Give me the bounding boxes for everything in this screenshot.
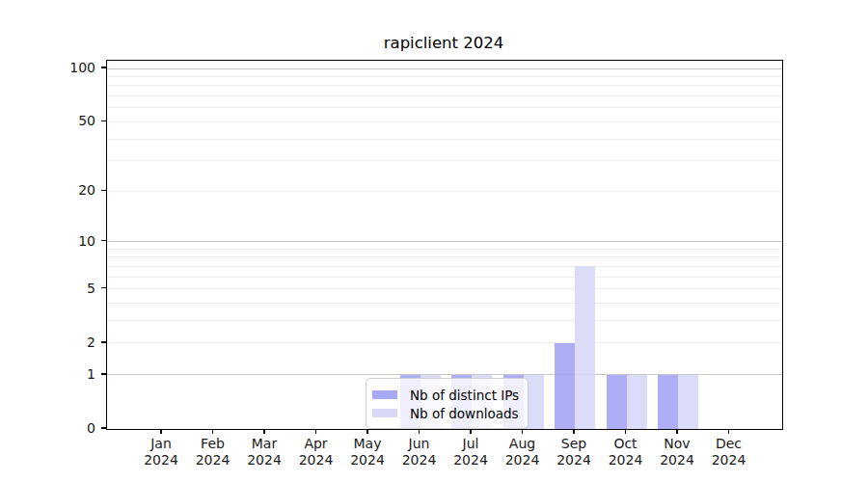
- legend-item-downloads: Nb of downloads: [372, 404, 519, 422]
- y-tick-label: 100: [38, 61, 95, 74]
- x-tick-mark: [366, 429, 367, 434]
- x-tick-label: Dec2024: [691, 436, 768, 468]
- x-tick-mark: [160, 429, 161, 434]
- x-tick-mark: [676, 429, 677, 434]
- x-tick-mark: [522, 429, 523, 434]
- minor-gridline: [107, 249, 782, 250]
- plot-area: Nb of distinct IPs Nb of downloads: [106, 60, 783, 430]
- legend-swatch-downloads: [372, 409, 397, 417]
- y-tick-label: 50: [38, 114, 95, 127]
- minor-gridline: [107, 266, 782, 267]
- x-tick-mark: [573, 429, 574, 434]
- minor-gridline: [107, 107, 782, 108]
- x-tick-mark: [263, 429, 264, 434]
- legend: Nb of distinct IPs Nb of downloads: [366, 378, 529, 429]
- major-gridline: [107, 68, 782, 69]
- x-tick-mark: [625, 429, 626, 434]
- minor-gridline: [107, 85, 782, 86]
- x-tick-month: Dec: [691, 436, 768, 452]
- minor-gridline: [107, 76, 782, 77]
- legend-swatch-distinct-ips: [372, 390, 397, 399]
- y-tick-label: 5: [38, 281, 95, 295]
- x-tick-mark: [315, 429, 316, 434]
- y-tick-label: 0: [38, 421, 95, 435]
- y-tick-mark: [101, 190, 106, 191]
- x-tick-mark: [728, 429, 729, 434]
- x-tick-year: 2024: [691, 452, 768, 469]
- x-tick-mark: [470, 429, 471, 434]
- y-tick-mark: [101, 373, 106, 374]
- minor-gridline: [107, 320, 782, 321]
- y-tick-label: 10: [38, 234, 95, 248]
- minor-gridline: [107, 277, 782, 278]
- y-tick-mark: [101, 427, 106, 428]
- y-tick-mark: [101, 120, 106, 121]
- minor-gridline: [107, 303, 782, 304]
- minor-gridline: [107, 191, 782, 192]
- y-tick-mark: [101, 341, 106, 342]
- x-tick-mark: [212, 429, 213, 434]
- y-tick-mark: [101, 67, 106, 67]
- minor-gridline: [107, 121, 782, 122]
- minor-gridline: [107, 256, 782, 257]
- chart-title: rapiclient 2024: [106, 34, 781, 52]
- y-tick-mark: [101, 287, 106, 288]
- bar-distinct-ips-sep: [555, 343, 575, 429]
- legend-item-distinct-ips: Nb of distinct IPs: [372, 386, 519, 404]
- minor-gridline: [107, 139, 782, 140]
- bar-downloads-sep: [575, 266, 595, 429]
- bar-downloads-oct: [627, 375, 647, 429]
- chart-figure: rapiclient 2024 Nb of distinct IPs Nb of…: [0, 0, 868, 482]
- legend-label-downloads: Nb of downloads: [410, 406, 519, 421]
- major-gridline: [107, 241, 782, 242]
- bar-downloads-nov: [678, 375, 698, 429]
- x-tick-mark: [419, 429, 420, 434]
- minor-gridline: [107, 342, 782, 343]
- minor-gridline: [107, 160, 782, 161]
- y-tick-label: 20: [38, 183, 95, 197]
- legend-label-distinct-ips: Nb of distinct IPs: [410, 388, 519, 403]
- bar-distinct-ips-nov: [658, 375, 678, 429]
- y-tick-label: 1: [38, 367, 95, 381]
- minor-gridline: [107, 288, 782, 289]
- bar-distinct-ips-oct: [607, 375, 627, 429]
- minor-gridline: [107, 95, 782, 96]
- y-tick-label: 2: [38, 335, 95, 349]
- y-tick-mark: [101, 240, 106, 241]
